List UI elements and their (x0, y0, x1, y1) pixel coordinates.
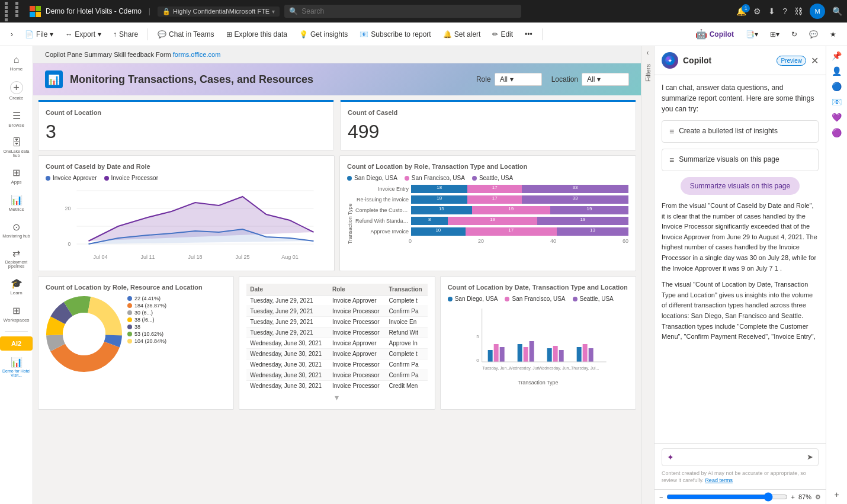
sidebar-item-workspaces[interactable]: ⊞ Workspaces (0, 301, 33, 326)
sidebar-item-monitoring[interactable]: ⊙ Monitoring hub (0, 218, 33, 242)
zoom-slider[interactable] (666, 492, 787, 502)
summarize-visuals-button[interactable]: Summarize visuals on this page (681, 177, 800, 195)
deployment-icon: ⇄ (12, 248, 20, 259)
line-chart-svg: 20 0 Jul 04 Jul 11 Jul 18 Jul 25 Aug 01 … (46, 185, 327, 262)
rms-icon-3[interactable]: 📧 (832, 97, 842, 107)
browse-icon: ☰ (12, 110, 21, 121)
svg-rect-34 (588, 348, 593, 362)
sidebar-item-apps[interactable]: ⊞ Apps (0, 163, 33, 188)
sidebar-item-browse[interactable]: ☰ Browse (0, 107, 33, 131)
search-topbar-icon[interactable]: 🔍 (832, 7, 842, 16)
copilot-toolbar-button[interactable]: 🤖 Copilot (691, 26, 739, 42)
bar-chart-body: Transaction Type Invoice Entry 18 17 33 (347, 185, 628, 244)
share-icon[interactable]: ⛓ (794, 7, 803, 16)
bookmark-icon[interactable]: 📑▾ (741, 28, 763, 41)
svg-rect-28 (529, 341, 534, 362)
table-scroll[interactable]: Date Role Transaction Tuesday, June 29, … (246, 284, 427, 390)
explore-data-button[interactable]: ⊞ Explore this data (222, 28, 292, 41)
collapse-sidebar-btn[interactable]: › (6, 28, 18, 41)
sidebar-item-create[interactable]: + Create (0, 78, 33, 104)
bar-chart-legend: San Diego, USA San Francisco, USA Seattl… (347, 175, 628, 181)
svg-text:Aug 01: Aug 01 (281, 254, 299, 260)
sidebar-item-learn[interactable]: 🎓 Learn (0, 274, 33, 299)
donut-legend-2: 30 (6...) (127, 310, 226, 316)
separator (147, 28, 148, 40)
sidebar-item-deployment[interactable]: ⇄ Deployment pipelines (0, 244, 33, 272)
edit-button[interactable]: ✏ Edit (487, 28, 518, 41)
teams-icon: 💬 (158, 30, 166, 38)
y-axis-label: Transaction Type (347, 185, 353, 244)
chat-teams-button[interactable]: 💬 Chat in Teams (153, 28, 219, 41)
rms-icon-6[interactable]: + (834, 490, 839, 499)
feedback-link[interactable]: forms.office.com (173, 51, 221, 58)
sparkle-icon: ✦ (667, 452, 674, 462)
rms-icon-4[interactable]: 💜 (832, 113, 842, 122)
copilot-close-button[interactable]: ✕ (811, 55, 819, 66)
read-terms-link[interactable]: Read terms (705, 477, 733, 483)
sidebar-item-ai2[interactable]: AI2 (0, 336, 33, 351)
get-insights-button[interactable]: 💡 Get insights (294, 28, 352, 41)
rms-icon-1[interactable]: 👤 (832, 66, 842, 76)
file-button[interactable]: 📄 File ▾ (20, 28, 58, 41)
bar-chart-card: Count of Location by Role, Transaction T… (339, 155, 636, 271)
rms-icon-5[interactable]: 🟣 (832, 128, 842, 137)
sidebar-item-metrics[interactable]: 📊 Metrics (0, 191, 33, 216)
grid-menu-icon[interactable] (5, 2, 25, 21)
subscribe-button[interactable]: 📧 Subscribe to report (355, 28, 435, 41)
rms-icon-2[interactable]: 🔵 (832, 82, 842, 91)
alert-button[interactable]: 🔔 Set alert (438, 28, 486, 41)
table-row: Tuesday, June 29, 2021Invoice ProcessorC… (246, 306, 427, 317)
sidebar-item-onelake[interactable]: 🗄 OneLake data hub (0, 134, 33, 161)
file-icon: 📄 (25, 30, 34, 38)
copilot-title: Copilot (683, 56, 772, 65)
location-filter-select[interactable]: All ▾ (582, 73, 629, 86)
rms-icon-0[interactable]: 📌 (832, 51, 842, 60)
donut-svg (46, 296, 123, 373)
left-sidebar: ⌂ Home + Create ☰ Browse 🗄 OneLake data … (0, 46, 33, 504)
separator-2 (542, 28, 543, 40)
send-button[interactable]: ➤ (807, 452, 813, 461)
search-bar[interactable]: 🔍 (284, 5, 521, 18)
sidebar-item-demo[interactable]: 📊 Demo for Hotel Visit... (0, 353, 33, 381)
copilot-panel: ✦ Copilot Preview ✕ I can chat, answer d… (654, 46, 826, 504)
table-body: Tuesday, June 29, 2021Invoice ApproverCo… (246, 296, 427, 391)
settings-icon[interactable]: ⚙ (753, 7, 761, 16)
feedback-banner: Copilot Pane Summary Skill feedback Form… (33, 46, 641, 63)
copilot-intro: I can chat, answer data questions, and s… (662, 82, 819, 114)
comment-btn[interactable]: 💬 (804, 28, 823, 41)
bbc-legend-2: Seattle, USA (573, 296, 614, 302)
svg-point-19 (63, 313, 105, 355)
settings-bottom-icon[interactable]: ⚙ (815, 493, 821, 501)
copilot-body: I can chat, answer data questions, and s… (654, 75, 826, 443)
notification-badge: 1 (742, 4, 750, 12)
table-row: Wednesday, June 30, 2021Invoice Approver… (246, 349, 427, 359)
share-icon: ↑ (113, 30, 117, 38)
list-icon: ≡ (669, 127, 674, 136)
view-icon[interactable]: ⊞▾ (765, 28, 784, 41)
zoom-bar: − + 87% ⚙ (654, 489, 826, 504)
kpi-count-location: Count of Location 3 (38, 100, 334, 150)
help-icon[interactable]: ? (782, 7, 787, 16)
notification-icon[interactable]: 🔔 1 (736, 7, 746, 16)
export-button[interactable]: ↔ Export ▾ (60, 28, 106, 41)
sidebar-item-home[interactable]: ⌂ Home (0, 51, 33, 75)
favorite-btn[interactable]: ★ (825, 28, 841, 41)
copilot-suggestion-2[interactable]: ≡ Summarize visuals on this page (662, 149, 819, 171)
role-filter-select[interactable]: All ▾ (495, 73, 542, 86)
ai2-label: AI2 (11, 340, 21, 347)
copilot-suggestion-1[interactable]: ≡ Create a bulleted list of insights (662, 120, 819, 143)
line-chart-card: Count of CaseId by Date and Role Invoice… (38, 155, 335, 271)
toolbar-right: 🤖 Copilot 📑▾ ⊞▾ ↻ 💬 ★ (691, 26, 841, 42)
collapse-filters-btn[interactable]: ‹ (644, 46, 652, 59)
table-row: Tuesday, June 29, 2021Invoice ProcessorI… (246, 317, 427, 328)
download-icon[interactable]: ⬇ (768, 7, 775, 16)
share-button[interactable]: ↑ Share (108, 28, 143, 41)
avatar[interactable]: M (810, 4, 825, 19)
search-input[interactable] (301, 7, 516, 15)
copilot-input[interactable] (678, 453, 803, 461)
more-options-button[interactable]: ••• (520, 28, 537, 41)
search-icon: 🔍 (289, 7, 298, 15)
refresh-btn[interactable]: ↻ (787, 28, 802, 41)
copilot-response-1: From the visual "Count of CaseId by Date… (662, 201, 819, 274)
donut-legend-5: 53 (10.62%) (127, 331, 226, 337)
